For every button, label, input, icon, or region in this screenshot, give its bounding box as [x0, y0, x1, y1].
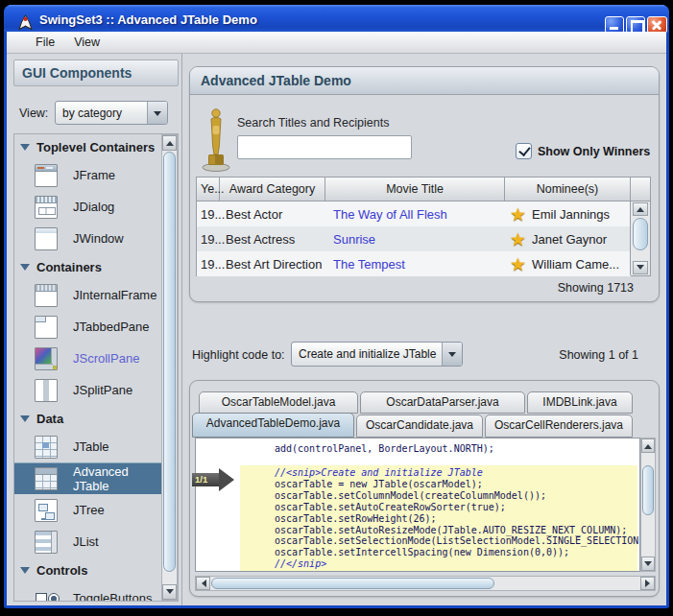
highlight-code-combobox[interactable]: Create and initialize JTable	[291, 342, 463, 367]
tree-item-jtree[interactable]: JTree	[14, 494, 163, 526]
tab-advancedtabledemo[interactable]: AdvancedTableDemo.java	[192, 413, 354, 438]
tab-oscartablemodel[interactable]: OscarTableModel.java	[199, 391, 358, 414]
cell-category: Best Art Direction	[220, 257, 325, 272]
jtabbedpane-icon	[35, 316, 58, 339]
tab-oscarcellrenderers[interactable]: OscarCellRenderers.java	[485, 415, 633, 438]
tree-item-label: JTree	[73, 503, 105, 517]
tree-item-togglebuttons[interactable]: ToggleButtons	[14, 582, 163, 602]
cell-nominee: Janet Gaynor	[532, 232, 607, 247]
scroll-up-button[interactable]	[162, 135, 177, 151]
view-combobox-value: by category	[56, 107, 147, 120]
cell-nominee: William Came...	[532, 257, 619, 272]
down-arrow-icon	[637, 265, 644, 273]
tree-item-jdialog[interactable]: JDialog	[14, 191, 163, 223]
component-tree: Toplevel Containers JFrame JDialog JWind…	[13, 133, 179, 602]
cell-year: 19...	[197, 207, 220, 222]
scrollbar-thumb[interactable]	[163, 152, 176, 572]
highlight-combobox-value: Create and initialize JTable	[292, 347, 442, 361]
section-label: Data	[36, 412, 63, 426]
jscrollpane-icon	[35, 347, 58, 370]
tree-item-jlist[interactable]: JList	[14, 526, 163, 557]
view-combobox-arrow-button[interactable]	[147, 102, 167, 124]
code-line: oscarTable = new JTable(oscarModel);	[275, 479, 637, 490]
scrollbar-thumb[interactable]	[642, 465, 654, 515]
view-combobox[interactable]: by category	[55, 101, 168, 125]
view-label: View:	[19, 107, 48, 120]
tree-section-toplevel-containers[interactable]: Toplevel Containers	[14, 134, 163, 159]
show-only-winners-checkbox[interactable]	[516, 143, 532, 159]
movie-link[interactable]: Sunrise	[325, 232, 505, 247]
scrollbar-thumb[interactable]	[211, 578, 494, 589]
column-header-nominee[interactable]: Nominee(s)	[505, 178, 631, 201]
tab-oscardataparser[interactable]: OscarDataParser.java	[360, 391, 525, 414]
tree-item-jtable[interactable]: JTable	[14, 431, 163, 462]
menu-file[interactable]: File	[26, 33, 64, 52]
table-row[interactable]: 19... Best Actress Sunrise ★Janet Gaynor	[197, 226, 631, 251]
scrollbar-thumb[interactable]	[633, 218, 648, 250]
cell-nominee: Emil Jannings	[532, 207, 610, 222]
collapse-triangle-icon	[20, 144, 30, 155]
tree-item-jtabbedpane[interactable]: JTabbedPane	[14, 311, 163, 343]
scroll-down-button[interactable]	[633, 261, 648, 274]
tree-item-label: JSplitPane	[73, 383, 132, 397]
search-input[interactable]	[237, 135, 412, 159]
down-arrow-icon	[166, 589, 174, 598]
up-arrow-icon	[637, 203, 644, 212]
column-header-movie[interactable]: Movie Title	[325, 178, 505, 201]
code-line: oscarTable.setIntercellSpacing(new Dimen…	[275, 547, 637, 558]
movie-link[interactable]: The Way of All Flesh	[325, 207, 505, 222]
code-comment: //<snip>Create and initialize JTable	[275, 467, 637, 479]
collapse-triangle-icon	[20, 415, 30, 427]
scroll-left-button[interactable]	[196, 577, 210, 590]
collapse-triangle-icon	[20, 264, 30, 275]
window-title: SwingSet3 :: Advanced JTable Demo	[39, 11, 257, 30]
show-only-winners-label[interactable]: Show Only Winners	[538, 145, 650, 158]
tree-item-jframe[interactable]: JFrame	[14, 159, 163, 191]
tree-section-controls[interactable]: Controls	[14, 557, 163, 582]
table-row[interactable]: 19... Best Actor The Way of All Flesh ★E…	[197, 201, 631, 226]
cell-category: Best Actress	[220, 232, 325, 247]
snippet-marker-label: 1/1	[195, 474, 207, 485]
scroll-down-button[interactable]	[162, 584, 177, 600]
table-row[interactable]: 19... Best Art Direction The Tempest ★Wi…	[197, 251, 631, 276]
code-line: oscarTable.setRowHeight(26);	[275, 513, 637, 525]
code-horizontal-scrollbar[interactable]	[195, 576, 656, 591]
scroll-up-button[interactable]	[633, 202, 648, 216]
tree-section-data[interactable]: Data	[14, 406, 163, 431]
code-line: oscarTable.setAutoResizeMode(JTable.AUTO…	[275, 525, 637, 536]
cell-year: 19...	[197, 232, 220, 247]
tree-item-label: JTable	[73, 439, 109, 454]
sidebar-divider	[181, 54, 182, 605]
scroll-down-button[interactable]	[641, 557, 655, 571]
tree-item-advanced-jtable[interactable]: Advanced JTable	[14, 462, 163, 494]
down-arrow-icon	[644, 561, 652, 570]
jdialog-icon	[35, 196, 58, 219]
tab-imdblink[interactable]: IMDBLink.java	[527, 391, 633, 414]
togglebuttons-icon	[35, 587, 58, 603]
right-arrow-icon	[219, 468, 246, 491]
tree-item-jwindow[interactable]: JWindow	[14, 223, 163, 254]
menu-view[interactable]: View	[64, 33, 109, 52]
scroll-up-button[interactable]	[641, 438, 655, 453]
jlist-icon	[35, 531, 58, 554]
sidebar-scrollbar[interactable]	[161, 134, 178, 601]
tree-item-jsplitpane[interactable]: JSplitPane	[14, 374, 163, 406]
code-line: oscarTable.setSelectionMode(ListSelectio…	[275, 535, 637, 547]
scroll-right-button[interactable]	[640, 577, 655, 590]
titlebar[interactable]: SwingSet3 :: Advanced JTable Demo	[4, 5, 669, 32]
tree-item-jinternalframe[interactable]: JInternalFrame	[14, 279, 163, 311]
table-scrollbar[interactable]	[630, 201, 650, 275]
tree-list: Toplevel Containers JFrame JDialog JWind…	[14, 134, 163, 602]
tree-item-jscrollpane[interactable]: JScrollPane	[14, 343, 163, 374]
section-label: Toplevel Containers	[36, 140, 155, 154]
movie-link[interactable]: The Tempest	[325, 257, 505, 272]
tree-item-label: JFrame	[73, 168, 115, 182]
column-header-category[interactable]: Award Category	[220, 178, 325, 201]
tree-item-label: JList	[73, 534, 99, 549]
tab-oscarcandidate[interactable]: OscarCandidate.java	[356, 415, 483, 438]
jsplitpane-icon	[35, 379, 58, 402]
tree-section-containers[interactable]: Containers	[14, 254, 163, 279]
code-vertical-scrollbar[interactable]	[640, 438, 656, 572]
highlight-combobox-arrow-button[interactable]	[442, 343, 462, 366]
column-header-year[interactable]: Ye...	[197, 178, 220, 201]
